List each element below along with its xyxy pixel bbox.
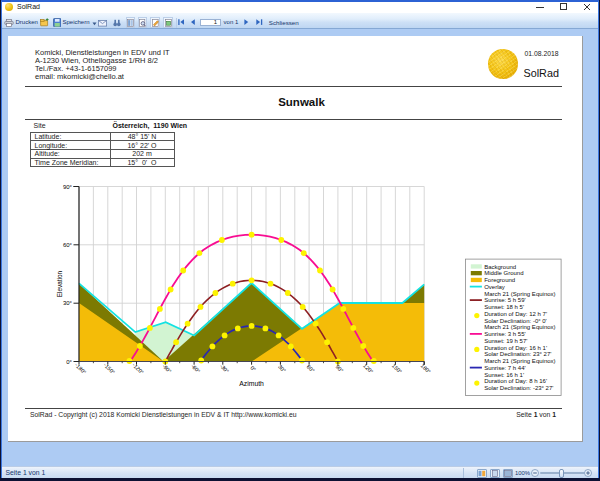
svg-text:Foreground: Foreground: [484, 277, 515, 283]
svg-text:Overlay: Overlay: [484, 284, 505, 290]
svg-text:Solar Declination: 23° 27': Solar Declination: 23° 27': [484, 351, 551, 357]
svg-text:March 21 (Spring Equinox): March 21 (Spring Equinox): [484, 358, 555, 364]
svg-text:Duration of Day: 8 h 16': Duration of Day: 8 h 16': [484, 378, 547, 384]
svg-text:Sunrise: 3 h 55': Sunrise: 3 h 55': [484, 331, 526, 337]
svg-text:March 21 (Spring Equinox): March 21 (Spring Equinox): [484, 324, 555, 330]
svg-text:Sunset: 19 h 57': Sunset: 19 h 57': [484, 338, 527, 344]
svg-text:Sunset: 18 h 5': Sunset: 18 h 5': [484, 304, 524, 310]
svg-text:Duration of Day: 12 h 7': Duration of Day: 12 h 7': [484, 311, 547, 317]
svg-text:Middle Ground: Middle Ground: [484, 270, 523, 276]
svg-text:Solar Declination: -0° 0': Solar Declination: -0° 0': [484, 318, 547, 324]
svg-text:Sunset: 16 h 1': Sunset: 16 h 1': [484, 372, 524, 378]
svg-text:Background: Background: [484, 264, 516, 270]
svg-text:Sunrise: 5 h 59': Sunrise: 5 h 59': [484, 297, 526, 303]
svg-text:March 21 (Spring Equinox): March 21 (Spring Equinox): [484, 291, 555, 297]
svg-text:Sunrise: 7 h 44': Sunrise: 7 h 44': [484, 365, 526, 371]
svg-text:Solar Declination: -23° 27': Solar Declination: -23° 27': [484, 385, 553, 391]
svg-text:Duration of Day: 16 h 1': Duration of Day: 16 h 1': [484, 345, 547, 351]
